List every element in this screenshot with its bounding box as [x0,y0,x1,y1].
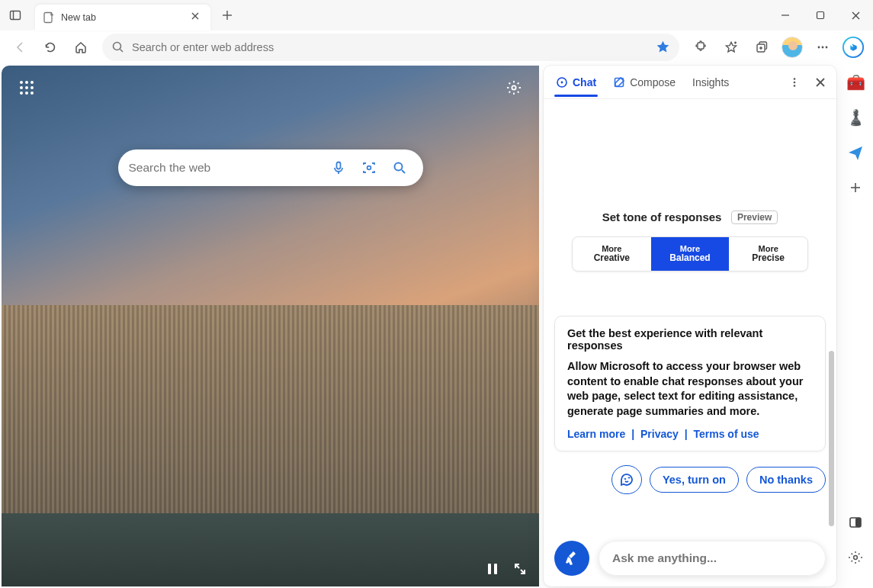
sidebar-games-icon[interactable]: ♟️ [845,107,866,128]
sidebar-tools-icon[interactable]: 🧰 [845,72,866,93]
background-image [2,66,539,586]
voice-search-icon[interactable] [326,160,351,175]
feedback-button[interactable] [611,465,642,494]
search-submit-icon[interactable] [387,160,412,175]
sidebar-send-icon[interactable] [845,142,866,163]
svg-point-34 [20,92,23,95]
back-button[interactable] [6,34,34,61]
tab-chat-label: Chat [573,76,596,88]
window-close-button[interactable] [838,0,873,31]
address-bar[interactable] [102,34,679,61]
profile-button[interactable] [778,34,806,61]
pause-icon[interactable] [486,562,499,576]
svg-point-31 [20,86,23,89]
tab-insights[interactable]: Insights [691,69,730,96]
svg-point-33 [30,86,34,89]
svg-rect-43 [494,564,497,574]
svg-point-37 [512,85,515,89]
svg-point-45 [561,81,563,83]
tone-option-balanced[interactable]: MoreBalanced [651,237,730,271]
tab-actions-button[interactable] [0,0,30,31]
svg-point-32 [25,86,28,89]
svg-point-35 [25,92,28,95]
consent-actions: Yes, turn on No thanks [554,465,826,494]
expand-icon[interactable] [513,562,527,576]
bing-chat-button[interactable] [839,34,867,61]
tab-insights-label: Insights [692,76,729,88]
tone-segmented-control: MoreCreative MoreBalanced MorePrecise [572,236,808,272]
page-icon [43,11,55,24]
tab-compose-label: Compose [630,76,676,88]
svg-point-47 [794,78,796,80]
toolbar [0,31,873,64]
tab-title: New tab [61,12,185,23]
tone-option-creative[interactable]: MoreCreative [573,237,651,271]
tab-compose[interactable]: Compose [611,69,677,96]
page-settings-icon[interactable] [506,79,522,96]
window-maximize-button[interactable] [803,0,838,31]
svg-rect-26 [855,518,861,527]
favorites-button[interactable] [717,34,745,61]
svg-rect-38 [336,162,340,169]
tone-section: Set tone of responses Preview MoreCreati… [544,210,836,272]
svg-point-30 [30,81,34,84]
tone-label: Set tone of responses [602,210,722,223]
tab-close-button[interactable] [191,11,203,24]
new-tab-page [2,66,539,586]
address-input[interactable] [132,41,648,53]
svg-point-48 [794,81,796,83]
browser-tab[interactable]: New tab [35,5,210,31]
ntp-search-box[interactable] [118,149,423,186]
link-learn-more[interactable]: Learn more [567,428,625,440]
consent-no-button[interactable]: No thanks [746,467,826,493]
svg-point-29 [25,81,28,84]
svg-line-12 [120,50,124,53]
svg-rect-42 [488,564,491,574]
window-controls [768,0,873,31]
tab-chat[interactable]: Chat [554,69,598,96]
svg-point-39 [367,166,371,170]
svg-point-28 [20,81,23,84]
app-launcher-icon[interactable] [18,79,35,96]
consent-yes-button[interactable]: Yes, turn on [650,467,739,493]
ntp-search-input[interactable] [129,161,321,175]
sidebar-layout-icon[interactable] [845,512,866,533]
svg-rect-0 [11,11,21,20]
image-search-icon[interactable] [356,160,382,175]
link-terms[interactable]: Terms of use [693,428,759,440]
extensions-button[interactable] [687,34,714,61]
window-minimize-button[interactable] [768,0,803,31]
svg-line-41 [402,170,405,173]
svg-rect-8 [817,12,824,19]
sidebar-settings-icon[interactable] [845,547,866,568]
link-privacy[interactable]: Privacy [640,428,679,440]
edge-sidebar: 🧰 ♟️ [838,64,873,588]
new-tab-button[interactable] [217,5,238,26]
panel-more-button[interactable] [783,69,806,96]
svg-point-21 [826,46,828,48]
sidebar-add-button[interactable] [845,177,866,198]
collections-button[interactable] [748,34,775,61]
svg-point-11 [114,43,121,50]
chat-panel: Chat Compose Insights Set tone of respon… [544,66,836,586]
refresh-button[interactable] [37,34,64,61]
panel-close-button[interactable] [809,69,832,96]
ask-input-box[interactable] [599,541,826,576]
svg-point-40 [394,163,402,171]
svg-point-19 [818,46,820,48]
favorite-star-icon[interactable] [656,40,670,54]
new-topic-button[interactable] [554,541,589,576]
consent-body: Allow Microsoft to access your browser w… [567,359,813,419]
preview-badge: Preview [731,210,778,224]
consent-card: Get the best experience with relevant re… [554,316,826,451]
home-button[interactable] [67,34,95,61]
tone-option-precise[interactable]: MorePrecise [729,237,807,271]
ask-input[interactable] [612,551,812,565]
search-icon [111,40,124,53]
svg-point-27 [854,556,858,560]
ask-row [554,541,826,576]
svg-point-52 [625,479,626,480]
svg-point-49 [794,85,796,87]
scrollbar-thumb[interactable] [829,351,834,526]
more-menu-button[interactable] [809,34,836,61]
